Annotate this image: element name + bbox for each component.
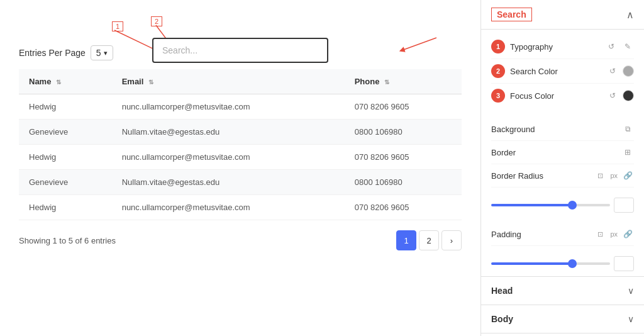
- reset-icon-typography[interactable]: ↺: [605, 40, 618, 53]
- panel-row-background: Background ⧉: [491, 118, 634, 141]
- label-search-color: Search Color: [510, 67, 606, 76]
- border-radius-slider[interactable]: [491, 204, 610, 206]
- label-focus-color: Focus Color: [510, 91, 606, 101]
- table-header-row: Name ⇅ Email ⇅ Phone ⇅: [19, 69, 462, 94]
- panel-arrow: [399, 31, 449, 57]
- page-btn-2[interactable]: 2: [419, 230, 439, 250]
- typography-actions: ↺ ✎: [605, 40, 634, 53]
- monitor-icon-padding[interactable]: ⊡: [594, 228, 606, 240]
- panel-row-typography: 1 Typography ↺ ✎: [491, 35, 634, 59]
- accordion-body[interactable]: Body ∨: [481, 305, 644, 333]
- entries-select[interactable]: 5 ▾: [91, 45, 113, 60]
- panel-title: Search: [491, 8, 532, 21]
- reset-icon-search-color[interactable]: ↺: [606, 65, 619, 77]
- table-row: Hedwignunc.ullamcorper@metusvitae.com070…: [19, 145, 462, 170]
- unit-border-radius: px: [610, 172, 618, 179]
- badge-1: 1: [491, 40, 505, 53]
- cell-phone: 0800 106980: [345, 120, 462, 145]
- showing-text: Showing 1 to 5 of 6 entries: [19, 236, 116, 245]
- label-border: Border: [491, 148, 621, 157]
- accordion-head-title: Head: [491, 286, 513, 296]
- edit-icon-typography[interactable]: ✎: [621, 40, 634, 53]
- border-radius-value[interactable]: [614, 198, 634, 213]
- cell-phone: 070 8206 9605: [345, 195, 462, 220]
- chevron-down-icon-head: ∨: [628, 286, 634, 296]
- annotation-1: 1: [112, 21, 123, 31]
- cell-phone: 070 8206 9605: [345, 145, 462, 170]
- padding-value[interactable]: [614, 256, 634, 271]
- table-footer: Showing 1 to 5 of 6 entries 1 2 ›: [19, 230, 462, 250]
- col-email[interactable]: Email ⇅: [112, 69, 345, 94]
- border-radius-actions: ⊡ px 🔗: [594, 169, 634, 182]
- table-body: Hedwignunc.ullamcorper@metusvitae.com070…: [19, 94, 462, 220]
- panel-simple-items: Background ⧉ Border ⊞ Border Radius ⊡ px…: [481, 113, 644, 193]
- padding-slider-section: [481, 251, 644, 276]
- panel-row-border: Border ⊞: [491, 141, 634, 164]
- sort-icon-email: ⇅: [148, 79, 153, 86]
- accordion-body-title: Body: [491, 314, 513, 324]
- focus-color-actions: ↺: [606, 89, 634, 102]
- padding-slider[interactable]: [491, 262, 610, 265]
- table-row: Hedwignunc.ullamcorper@metusvitae.com070…: [19, 94, 462, 120]
- cell-name: Hedwig: [19, 195, 112, 220]
- cell-email: nunc.ullamcorper@metusvitae.com: [112, 195, 345, 220]
- focus-color-swatch[interactable]: [623, 90, 634, 101]
- panel-collapse-btn[interactable]: ∧: [626, 9, 634, 21]
- search-color-swatch[interactable]: [623, 65, 634, 77]
- cell-name: Genevieve: [19, 170, 112, 195]
- search-input[interactable]: [152, 38, 328, 63]
- accordion-head[interactable]: Head ∨: [481, 277, 644, 305]
- panel-padding-section: Padding ⊡ px 🔗: [481, 218, 644, 251]
- right-panel: Search ∧ 1 Typography ↺ ✎ 2 Search Color…: [480, 0, 644, 336]
- col-phone[interactable]: Phone ⇅: [345, 69, 462, 94]
- entries-value: 5: [96, 48, 101, 58]
- badge-3: 3: [491, 89, 505, 103]
- search-color-actions: ↺: [606, 65, 634, 77]
- chevron-down-icon-body: ∨: [628, 314, 634, 324]
- panel-row-focus-color: 3 Focus Color ↺: [491, 84, 634, 108]
- padding-actions: ⊡ px 🔗: [594, 228, 634, 240]
- cell-name: Hedwig: [19, 145, 112, 170]
- cell-email: nunc.ullamcorper@metusvitae.com: [112, 145, 345, 170]
- cell-email: nunc.ullamcorper@metusvitae.com: [112, 94, 345, 120]
- cell-phone: 0800 106980: [345, 170, 462, 195]
- chevron-down-icon: ▾: [104, 49, 108, 57]
- entries-label: Entries Per Page: [19, 48, 86, 58]
- panel-row-padding: Padding ⊡ px 🔗: [491, 223, 634, 246]
- cell-email: Nullam.vitae@egestas.edu: [112, 120, 345, 145]
- panel-row-search-color: 2 Search Color ↺: [491, 59, 634, 84]
- table-row: GenevieveNullam.vitae@egestas.edu0800 10…: [19, 120, 462, 145]
- reset-icon-focus-color[interactable]: ↺: [606, 89, 619, 102]
- table-row: GenevieveNullam.vitae@egestas.edu0800 10…: [19, 170, 462, 195]
- accordions: Head ∨ Body ∨: [481, 276, 644, 333]
- border-actions: ⊞: [621, 146, 634, 159]
- monitor-icon-border-radius[interactable]: ⊡: [594, 169, 606, 182]
- copy-icon-background[interactable]: ⧉: [621, 123, 634, 135]
- panel-header: Search ∧: [481, 0, 644, 30]
- cell-name: Hedwig: [19, 94, 112, 120]
- expand-icon-border[interactable]: ⊞: [621, 146, 634, 159]
- panel-row-border-radius: Border Radius ⊡ px 🔗: [491, 164, 634, 188]
- table-row: Hedwignunc.ullamcorper@metusvitae.com070…: [19, 195, 462, 220]
- label-border-radius: Border Radius: [491, 171, 594, 181]
- sort-icon-name: ⇅: [56, 79, 61, 86]
- label-typography: Typography: [510, 42, 605, 52]
- pagination: 1 2 ›: [396, 230, 462, 250]
- label-background: Background: [491, 125, 621, 134]
- svg-line-2: [402, 38, 436, 50]
- cell-phone: 070 8206 9605: [345, 94, 462, 120]
- label-padding: Padding: [491, 230, 594, 239]
- badge-2: 2: [491, 64, 505, 78]
- link-icon-padding[interactable]: 🔗: [621, 228, 634, 240]
- annotation-2: 2: [151, 16, 162, 26]
- cell-email: Nullam.vitae@egestas.edu: [112, 170, 345, 195]
- page-btn-next[interactable]: ›: [441, 230, 462, 250]
- panel-numbered-items: 1 Typography ↺ ✎ 2 Search Color ↺ 3 Focu…: [481, 30, 644, 113]
- data-table: Name ⇅ Email ⇅ Phone ⇅ Hedwignunc.ullamc…: [19, 69, 462, 220]
- main-content: 1 2 Entries Per Page 5 ▾: [0, 0, 480, 336]
- unit-padding: px: [610, 230, 618, 238]
- cell-name: Genevieve: [19, 120, 112, 145]
- link-icon-border-radius[interactable]: 🔗: [621, 169, 634, 182]
- page-btn-1[interactable]: 1: [396, 230, 416, 250]
- col-name[interactable]: Name ⇅: [19, 69, 112, 94]
